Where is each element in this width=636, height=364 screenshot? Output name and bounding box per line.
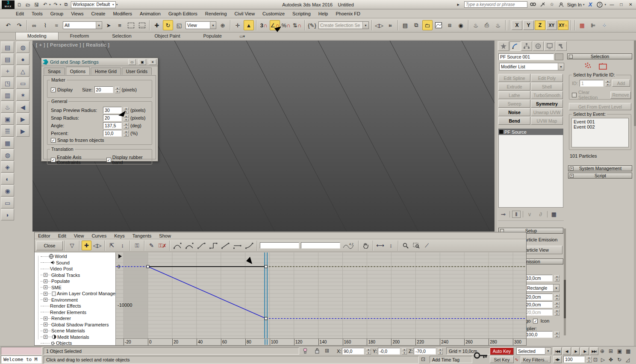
maximize-button[interactable]: □ <box>618 1 625 8</box>
dialog-restore-icon[interactable]: ▣ <box>138 59 146 65</box>
rendered-frame-icon[interactable]: ⎙ <box>482 20 492 30</box>
shelf-icon-a10[interactable]: ◈ <box>1 161 14 173</box>
key-value-field[interactable] <box>301 242 340 249</box>
fit-vertical-icon[interactable]: ↕ <box>386 241 396 250</box>
snap-dialog-tab-user-grids[interactable]: User Grids <box>122 68 152 75</box>
isometric-icon[interactable]: ▷ <box>601 357 605 363</box>
shelf-icon-a0[interactable]: ▤ <box>1 41 14 53</box>
modifier-button-uvw-map[interactable]: UVW Map <box>531 117 563 125</box>
ce-menu-edit[interactable]: Edit <box>57 233 71 239</box>
measure-ruler-icon[interactable]: ⊫ <box>588 20 598 30</box>
select-object-icon[interactable]: ➤ <box>103 20 114 30</box>
track-item-sound[interactable]: Sound <box>35 260 115 266</box>
icon-size-field[interactable]: 10,0cm <box>524 275 553 282</box>
tab-display[interactable] <box>544 41 555 51</box>
y-coordinate-field[interactable]: -0,0 <box>378 348 400 355</box>
shelf-icon-a2[interactable]: ＋ <box>1 65 14 77</box>
tangent-type-icon-6[interactable] <box>244 241 255 250</box>
set-key-button[interactable]: Set Key <box>490 356 514 363</box>
shelf-icon-b7[interactable]: ▶ <box>16 125 29 137</box>
play-button[interactable]: ▶ <box>572 347 580 355</box>
shelf-icon-a4[interactable]: ▥ <box>1 89 14 101</box>
window-crossing-icon[interactable] <box>137 20 147 30</box>
general-field-2[interactable]: 137,5 <box>103 122 122 129</box>
grid-snap-settings-dialog[interactable]: Grid and Snap Settings ▭ ▣ ✕ SnapsOption… <box>41 58 158 161</box>
make-unique-icon[interactable]: ∨ <box>525 211 534 218</box>
close-button[interactable]: ✕ <box>627 1 634 8</box>
scale-values-icon[interactable]: ↕ <box>118 241 127 250</box>
ribbon-tab-modeling[interactable]: Modeling <box>15 32 59 40</box>
snap-dialog-tab-snaps[interactable]: Snaps <box>44 68 65 75</box>
ce-menu-editor[interactable]: Editor <box>37 233 55 239</box>
ce-menu-view[interactable]: View <box>73 233 88 239</box>
tangent-type-icon-1[interactable] <box>184 241 195 250</box>
rubber-band-checkbox[interactable]: ✓ <box>106 158 111 162</box>
select-by-name-icon[interactable]: ≡ <box>115 20 125 30</box>
add-keys-icon[interactable]: ⚿ <box>132 241 142 250</box>
search-icon[interactable] <box>530 1 537 8</box>
icon-shape-dropdown[interactable]: Rectangle▼ <box>525 284 559 292</box>
stack-item-pfsource[interactable]: PF Source <box>498 129 563 135</box>
orbit-icon[interactable]: ↻ <box>617 357 621 363</box>
snap-dialog-tab-home-grid[interactable]: Home Grid <box>91 68 121 75</box>
dialog-close-icon[interactable]: ✕ <box>149 59 156 65</box>
pan-viewport-icon[interactable]: ✥ <box>609 357 613 363</box>
auto-key-button[interactable]: Auto Key <box>490 347 514 355</box>
minimize-button[interactable]: — <box>608 1 615 8</box>
shelf-icon-b0[interactable]: ◍ <box>16 41 29 53</box>
shelf-icon-b5[interactable]: ◀ <box>16 101 29 113</box>
ce-menu-curves[interactable]: Curves <box>91 233 111 239</box>
redo-scene-icon[interactable]: ↷ <box>14 20 24 30</box>
tangent-type-icon-0[interactable] <box>172 241 183 250</box>
multiplier-field[interactable]: 100,0 <box>524 331 553 338</box>
key-filter-dropdown[interactable]: Selected▼ <box>516 347 551 355</box>
general-field-1[interactable]: 20 <box>103 114 122 121</box>
modifier-button-turbosmooth[interactable]: TurboSmooth <box>531 91 563 99</box>
snaps-toggle-icon[interactable]: 3∩ <box>259 20 269 30</box>
add-button[interactable]: Add <box>612 79 630 87</box>
track-item-world[interactable]: World <box>35 253 115 260</box>
current-frame-field[interactable]: 100 <box>563 356 585 363</box>
favorites-star-icon[interactable]: ☆ <box>548 1 556 8</box>
modifier-button-extrude[interactable]: Extrude <box>498 82 530 91</box>
angle-snap-icon[interactable]: ∠∩ <box>270 20 280 30</box>
remove-modifier-icon[interactable]: ∂ <box>536 211 545 218</box>
layer-manager-icon[interactable]: ▤ <box>400 20 410 30</box>
next-frame-button[interactable]: I▶ <box>580 347 589 355</box>
signin-label[interactable]: Sign In <box>567 2 582 7</box>
reference-coordinate-dropdown[interactable]: View▼ <box>186 21 216 29</box>
remove-button[interactable]: Remove <box>610 91 631 99</box>
tab-utilities[interactable] <box>556 41 567 51</box>
scale-keys-icon[interactable]: ⇱ <box>107 241 117 250</box>
curve-graph-area[interactable]: 0-10000 -2002040608010012014016018020022… <box>116 252 526 345</box>
fit-horizontal-icon[interactable]: ⟷ <box>375 241 385 250</box>
menu-help[interactable]: Help <box>315 10 332 18</box>
schematic-view-icon[interactable]: ⧈ <box>445 20 455 30</box>
expand-icon[interactable]: ▸ <box>455 1 462 8</box>
select-rotate-icon[interactable]: ↻ <box>163 20 173 30</box>
icon-checkbox[interactable]: ✓ <box>533 319 538 323</box>
menu-animation[interactable]: Animation <box>136 10 165 18</box>
reduce-keys-icon[interactable]: ⚿✗ <box>157 241 167 250</box>
dialog-title-bar[interactable]: Grid and Snap Settings ▭ ▣ ✕ <box>41 58 158 66</box>
menu-civil-view[interactable]: Civil View <box>231 10 259 18</box>
track-item-medit-materials[interactable]: +Medit Materials <box>35 334 115 341</box>
height-field[interactable]: 20,0cm <box>524 309 553 316</box>
particle-dots-icon[interactable]: ⁘ <box>599 20 610 30</box>
get-from-event-level-button[interactable]: Get From Event Level <box>569 103 631 110</box>
menu-graph-editors[interactable]: Graph Editors <box>165 10 201 18</box>
go-to-end-button[interactable]: ▶▶I <box>590 347 598 355</box>
select-manipulate-icon[interactable]: ✛ <box>233 20 243 30</box>
open-file-icon[interactable]: 🗁 <box>24 1 32 8</box>
expand-icon[interactable]: + <box>44 279 47 283</box>
z-coordinate-field[interactable]: -70,0 <box>414 348 436 355</box>
show-stats-icon[interactable]: 4.2 <box>342 241 356 250</box>
object-name-field[interactable]: PF Source 001 <box>498 53 554 60</box>
simplify-curve-icon[interactable]: ⟋ <box>422 241 432 250</box>
track-item-scene-materials[interactable]: +Scene Materials <box>35 328 115 334</box>
tangent-type-icon-5[interactable] <box>232 241 243 250</box>
ribbon-tab-selection[interactable]: Selection <box>100 32 143 40</box>
menu-create[interactable]: Create <box>87 10 109 18</box>
axis-xy-snap-button[interactable]: XY∩ <box>558 21 568 30</box>
ce-menu-keys[interactable]: Keys <box>113 233 129 239</box>
